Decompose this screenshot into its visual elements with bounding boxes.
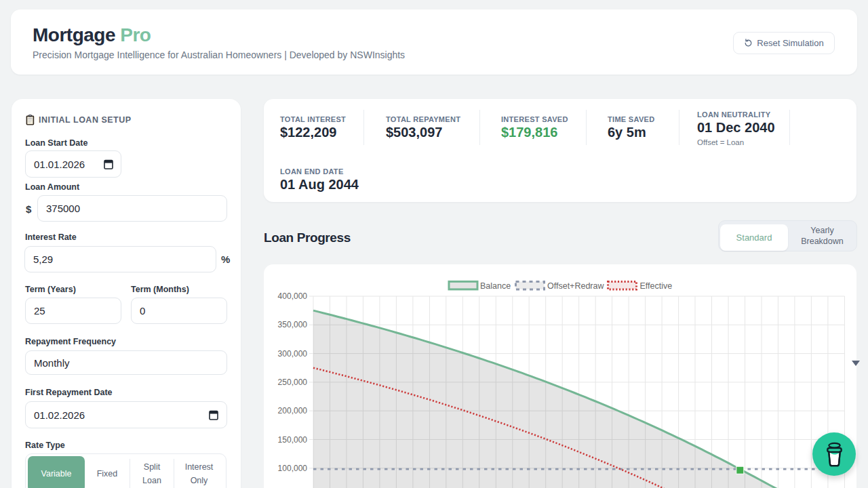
- svg-text:Offset+Redraw: Offset+Redraw: [547, 281, 604, 291]
- svg-text:250,000: 250,000: [278, 378, 308, 387]
- svg-text:300,000: 300,000: [278, 349, 308, 359]
- svg-text:100,000: 100,000: [278, 464, 308, 473]
- svg-text:Effective: Effective: [640, 281, 673, 291]
- svg-text:350,000: 350,000: [278, 320, 308, 329]
- svg-text:150,000: 150,000: [278, 435, 308, 445]
- svg-text:Balance: Balance: [480, 281, 511, 291]
- svg-text:200,000: 200,000: [278, 406, 308, 415]
- svg-text:400,000: 400,000: [278, 291, 308, 301]
